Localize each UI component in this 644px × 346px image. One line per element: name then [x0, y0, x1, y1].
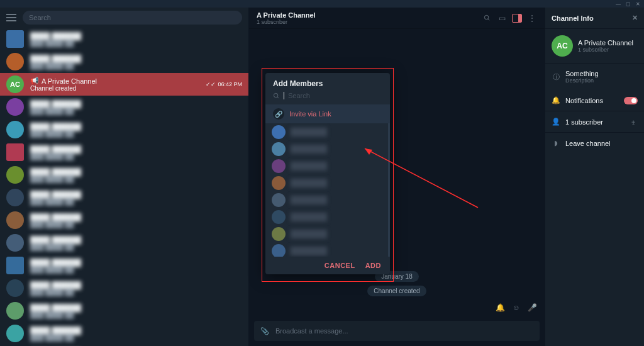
chat-avatar — [6, 279, 24, 297]
chat-list-item[interactable]: ████ █████████ ████ ██ — [0, 254, 248, 277]
leave-label: Leave channel — [565, 140, 611, 147]
person-icon: 👤 — [552, 118, 560, 126]
sidebar-search-input[interactable]: Search — [23, 11, 242, 25]
info-icon: ⓘ — [552, 72, 560, 82]
chat-list-item[interactable]: ████ █████████ ████ ██ — [0, 28, 248, 50]
member-avatar — [272, 210, 286, 224]
chat-avatar — [6, 211, 24, 229]
window-minimize-button[interactable]: — — [616, 1, 621, 7]
chat-list-item[interactable]: ████ █████████ ████ ██ — [0, 277, 248, 299]
chat-avatar — [6, 121, 24, 138]
toggle-sidebar-icon[interactable] — [512, 14, 522, 23]
chat-avatar — [6, 53, 24, 70]
add-members-dialog: Add Members Search 🔗 Invite via Link CAN… — [265, 73, 390, 274]
member-row[interactable] — [265, 140, 388, 157]
subscribers-row[interactable]: 👤 1 subscriber ⨦ — [545, 111, 644, 133]
sidebar: Search ████ █████████ ████ ██████ ██████… — [0, 8, 249, 346]
chat-item-name: A Private Channel — [42, 77, 97, 85]
service-message: Channel created — [367, 286, 426, 296]
leave-channel-row[interactable]: ◗ Leave channel — [545, 133, 644, 153]
subscribers-label: 1 subscriber — [565, 118, 603, 126]
chat-list-item[interactable]: ████ █████████ ████ ██ — [0, 232, 248, 254]
svg-point-0 — [484, 15, 488, 19]
member-row[interactable] — [265, 157, 388, 174]
message-composer[interactable]: 📎 Broadcast a message... — [254, 321, 540, 341]
member-row[interactable] — [265, 242, 388, 257]
member-name — [291, 196, 382, 204]
channel-info-name: A Private Channel — [578, 39, 633, 47]
chat-list-item[interactable]: ████ █████████ ████ ██ — [0, 186, 248, 209]
channel-info-title: Channel Info — [552, 14, 594, 22]
notifications-label: Notifications — [565, 97, 603, 104]
chat-list-item[interactable]: ████ █████████ ████ ██ — [0, 164, 248, 186]
voice-icon[interactable]: 🎤 — [528, 303, 537, 312]
chat-item-subtitle: Channel created — [30, 85, 199, 92]
chat-avatar — [6, 143, 24, 161]
member-row[interactable] — [265, 225, 388, 242]
chat-list-item[interactable]: ████ █████████ ████ ██ — [0, 209, 248, 232]
chat-list-item[interactable]: ████ █████████ ████ ██ — [0, 50, 248, 73]
chat-header: A Private Channel 1 subscriber ▭ ⋮ — [249, 8, 545, 29]
member-list[interactable] — [265, 123, 390, 257]
cancel-button[interactable]: CANCEL — [325, 262, 355, 269]
chat-item-time: ✓✓06:42 PM — [206, 81, 242, 87]
svg-line-1 — [487, 19, 489, 20]
member-name — [291, 213, 382, 221]
menu-icon[interactable] — [6, 14, 16, 21]
window-titlebar: — ▢ ✕ — [0, 0, 644, 8]
search-icon — [273, 92, 280, 99]
attach-icon[interactable]: 📎 — [260, 327, 269, 335]
member-name — [291, 247, 382, 255]
add-button[interactable]: ADD — [365, 262, 381, 269]
invite-via-link-label: Invite via Link — [289, 110, 331, 118]
chat-list-item[interactable]: ████ █████████ ████ ██ — [0, 118, 248, 141]
chat-avatar: AC — [6, 75, 24, 93]
member-avatar — [272, 244, 286, 257]
member-row[interactable] — [265, 208, 388, 225]
member-name — [291, 230, 382, 238]
search-icon[interactable] — [482, 13, 492, 23]
chat-list-item[interactable]: ████ █████████ ████ ██ — [0, 299, 248, 322]
channel-info-sub: 1 subscriber — [578, 47, 633, 53]
dialog-search-placeholder: Search — [288, 92, 310, 99]
composer-placeholder: Broadcast a message... — [275, 327, 533, 335]
chat-avatar — [6, 302, 24, 320]
chat-list-item[interactable]: ████ █████████ ████ ██ — [0, 141, 248, 164]
link-icon: 🔗 — [273, 108, 284, 120]
member-row[interactable] — [265, 174, 388, 191]
exit-icon: ◗ — [552, 139, 560, 147]
channel-avatar: AC — [552, 35, 573, 57]
notifications-icon[interactable]: 🔔 — [496, 303, 505, 312]
description-value: Something — [565, 70, 599, 77]
close-icon[interactable]: ✕ — [632, 14, 638, 22]
chat-list-item[interactable]: AC📢A Private ChannelChannel created✓✓06:… — [0, 73, 248, 96]
notifications-toggle[interactable] — [624, 97, 638, 104]
chat-subtitle: 1 subscriber — [257, 19, 477, 25]
member-avatar — [272, 227, 286, 241]
dialog-search-input[interactable]: Search — [265, 92, 390, 104]
add-member-icon[interactable]: ⨦ — [629, 118, 638, 126]
emoji-icon[interactable]: ☺ — [513, 303, 520, 312]
chat-list: ████ █████████ ████ ██████ █████████ ███… — [0, 28, 248, 346]
chat-avatar — [6, 257, 24, 274]
channel-info-panel: Channel Info ✕ AC A Private Channel 1 su… — [545, 8, 644, 346]
bell-icon: 🔔 — [552, 96, 560, 104]
window-close-button[interactable]: ✕ — [636, 1, 640, 7]
invite-via-link-row[interactable]: 🔗 Invite via Link — [265, 104, 390, 123]
more-icon[interactable]: ⋮ — [527, 13, 537, 23]
member-row[interactable] — [265, 123, 388, 140]
chat-avatar — [6, 234, 24, 252]
comments-icon[interactable]: ▭ — [497, 13, 507, 23]
chat-avatar — [6, 166, 24, 184]
window-maximize-button[interactable]: ▢ — [626, 1, 631, 7]
member-name — [291, 145, 382, 153]
member-row[interactable] — [265, 191, 388, 208]
dialog-title: Add Members — [265, 73, 390, 92]
member-name — [291, 179, 382, 187]
chat-list-item[interactable]: ████ █████████ ████ ██ — [0, 96, 248, 118]
chat-title: A Private Channel — [257, 11, 477, 19]
sidebar-search-placeholder: Search — [29, 14, 51, 21]
chat-list-item[interactable]: ████ █████████ ████ ██ — [0, 322, 248, 345]
member-name — [291, 128, 382, 137]
chat-avatar — [6, 325, 24, 342]
